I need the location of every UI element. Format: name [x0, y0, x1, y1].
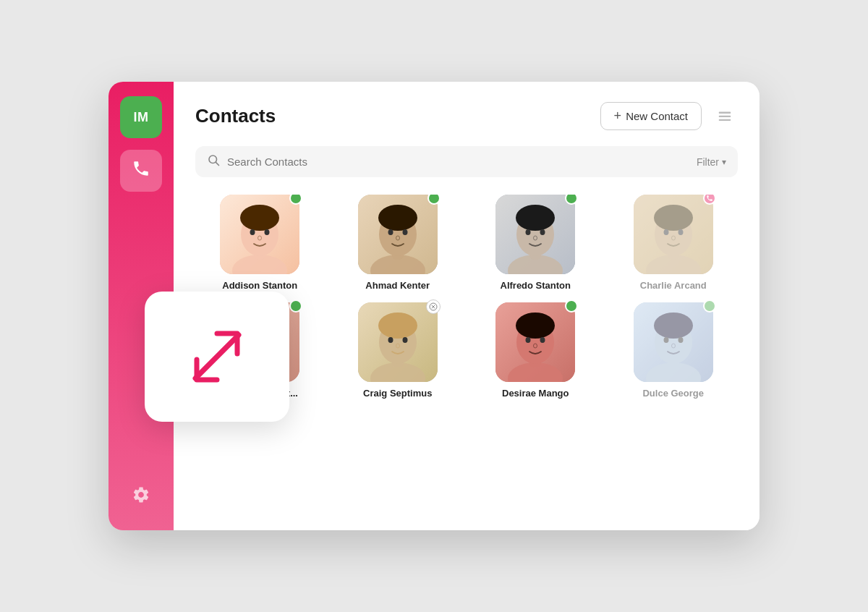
- svg-point-30: [534, 236, 537, 240]
- contact-name-ahmad: Ahmad Kenter: [365, 280, 430, 291]
- avatar-craig: [358, 302, 438, 382]
- svg-point-22: [396, 236, 399, 240]
- status-dot-ahmad: [427, 195, 441, 205]
- svg-point-73: [671, 344, 675, 348]
- header: Contacts + New Contact: [195, 102, 738, 130]
- svg-point-11: [240, 205, 279, 231]
- sidebar-phone-button[interactable]: [120, 150, 162, 192]
- svg-point-13: [265, 229, 270, 235]
- svg-line-1: [197, 335, 239, 377]
- svg-point-12: [250, 229, 255, 235]
- avatar-wrap-desirae: [495, 302, 575, 382]
- settings-button[interactable]: [120, 474, 162, 516]
- status-dot-cheyenne: [289, 299, 302, 313]
- svg-rect-2: [719, 111, 731, 113]
- svg-point-52: [388, 337, 393, 343]
- contact-name-alfredo: Alfredo Stanton: [501, 280, 571, 291]
- status-dot-dulce: [703, 299, 716, 313]
- svg-point-71: [663, 337, 668, 343]
- filter-button[interactable]: Filter ▾: [697, 156, 726, 168]
- expand-arrows: [174, 313, 260, 400]
- svg-point-62: [516, 313, 555, 339]
- svg-point-51: [378, 313, 417, 339]
- chevron-down-icon: ▾: [722, 157, 726, 167]
- contact-card-ahmad[interactable]: Ahmad Kenter: [333, 195, 463, 291]
- avatar-ahmad: [358, 195, 438, 274]
- contact-card-dulce[interactable]: Dulce George: [609, 302, 739, 399]
- page-title: Contacts: [195, 105, 600, 127]
- svg-point-72: [678, 337, 683, 343]
- filter-label: Filter: [697, 156, 719, 168]
- svg-point-28: [526, 229, 531, 235]
- svg-point-21: [402, 229, 407, 235]
- contact-card-craig[interactable]: Craig Septimus: [333, 302, 463, 399]
- search-input[interactable]: [227, 156, 689, 168]
- contact-name-dulce: Dulce George: [642, 388, 704, 399]
- svg-point-35: [654, 205, 693, 231]
- avatar-wrap-craig: [358, 302, 438, 382]
- svg-rect-3: [719, 115, 731, 116]
- svg-point-70: [654, 313, 693, 339]
- svg-point-20: [388, 229, 393, 235]
- contact-name-desirae: Desirae Mango: [502, 388, 569, 399]
- contact-name-charlie: Charlie Arcand: [640, 280, 707, 291]
- avatar-wrap-dulce: [634, 302, 713, 382]
- svg-point-63: [526, 337, 531, 343]
- avatar-alfredo: [495, 195, 575, 274]
- svg-point-38: [671, 236, 675, 240]
- avatar-madison: [220, 195, 299, 274]
- status-dot-craig: [426, 299, 441, 314]
- search-bar: Filter ▾: [195, 146, 738, 177]
- status-dot-alfredo: [565, 195, 578, 205]
- avatar-wrap-ahmad: [358, 195, 438, 274]
- contact-card-charlie[interactable]: Charlie Arcand: [609, 195, 739, 291]
- avatar-wrap-madison: [220, 195, 299, 274]
- svg-point-64: [540, 337, 545, 343]
- avatar-wrap-charlie: [634, 195, 713, 274]
- svg-point-19: [378, 205, 417, 231]
- search-icon: [207, 153, 220, 170]
- svg-point-53: [402, 337, 407, 343]
- svg-line-6: [216, 162, 218, 165]
- svg-point-27: [516, 205, 555, 231]
- svg-point-65: [534, 344, 537, 348]
- contact-card-madison[interactable]: Addison Stanton: [195, 195, 325, 291]
- new-contact-label: New Contact: [626, 110, 688, 122]
- new-contact-button[interactable]: + New Contact: [600, 102, 702, 130]
- contact-card-desirae[interactable]: Desirae Mango: [471, 302, 600, 399]
- svg-point-37: [678, 229, 683, 235]
- app-window: IM: [109, 82, 760, 530]
- svg-point-14: [258, 236, 262, 240]
- plus-icon: +: [614, 109, 622, 124]
- contact-name-madison: Addison Stanton: [222, 280, 297, 291]
- svg-point-29: [540, 229, 545, 235]
- svg-rect-4: [719, 119, 731, 120]
- svg-point-36: [663, 229, 668, 235]
- avatar-dulce: [634, 302, 713, 382]
- status-dot-madison: [289, 195, 302, 205]
- phone-icon: [132, 159, 150, 182]
- avatar-charlie: [634, 195, 713, 274]
- status-dot-charlie: [703, 195, 716, 205]
- avatar-wrap-alfredo: [495, 195, 575, 274]
- svg-point-54: [396, 344, 399, 348]
- expand-widget[interactable]: [145, 292, 289, 422]
- contact-name-craig: Craig Septimus: [363, 388, 432, 399]
- avatar-desirae: [495, 302, 575, 382]
- sidebar-im-button[interactable]: IM: [120, 96, 162, 138]
- im-label: IM: [134, 110, 149, 125]
- status-dot-desirae: [565, 299, 578, 313]
- contact-card-alfredo[interactable]: Alfredo Stanton: [471, 195, 600, 291]
- list-view-button[interactable]: [712, 103, 738, 129]
